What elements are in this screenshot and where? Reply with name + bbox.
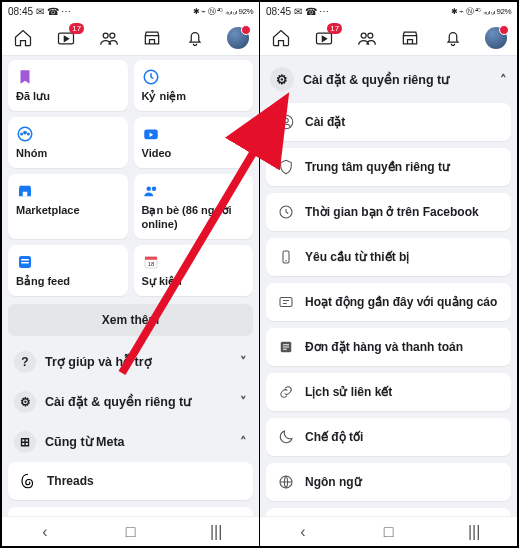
tile-label: Nhóm xyxy=(16,147,120,160)
row-label: Lịch sử liên kết xyxy=(305,385,392,399)
row-label: Threads xyxy=(47,474,94,488)
tile-label: Kỷ niệm xyxy=(142,90,246,103)
friends-tab-icon[interactable] xyxy=(355,26,379,50)
accordion-row[interactable]: ⚙Cài đặt & quyền riêng tư˅ xyxy=(8,382,253,422)
status-bar: 08:45 ✉ ☎ ⋯ ✱ ⌁ Ⓝ ⁴ᴳ ₊ᵤₗₗ ᵤₗₗ 92% xyxy=(2,2,259,20)
tile-label: Video xyxy=(142,147,246,160)
group-icon xyxy=(16,125,34,143)
settings-row-ad[interactable]: Hoạt động gần đây với quảng cáo xyxy=(266,283,511,321)
shortcut-tile-friends[interactable]: Bạn bè (86 người online) xyxy=(134,174,254,238)
order-icon xyxy=(276,337,296,357)
tile-label: Đã lưu xyxy=(16,90,120,103)
row-label: Yêu cầu từ thiết bị xyxy=(305,250,409,264)
meta-app-row-threads[interactable]: Threads xyxy=(8,462,253,500)
top-nav: 17 xyxy=(260,20,517,56)
notif-tab-icon[interactable] xyxy=(183,26,207,50)
shortcut-tile-group[interactable]: Nhóm xyxy=(8,117,128,168)
ad-icon xyxy=(276,292,296,312)
settings-header-row[interactable]: ⚙ Cài đặt & quyền riêng tư ˄ xyxy=(266,60,511,99)
row-label: Đơn đặt hàng và thanh toán xyxy=(305,340,463,354)
settings-row-order[interactable]: Đơn đặt hàng và thanh toán xyxy=(266,328,511,366)
meta-app-row-messenger[interactable]: Messenger xyxy=(8,507,253,516)
moon-icon xyxy=(276,427,296,447)
video-tab-icon[interactable]: 17 xyxy=(312,26,336,50)
left-content: Đã lưuKỷ niệmNhómVideoMarketplaceBạn bè … xyxy=(2,56,259,516)
svg-point-10 xyxy=(146,187,151,192)
video-icon xyxy=(142,125,160,143)
svg-point-25 xyxy=(285,260,287,262)
settings-row-user[interactable]: Cài đặt xyxy=(266,103,511,141)
shortcut-tile-store[interactable]: Marketplace xyxy=(8,174,128,238)
clock-icon xyxy=(142,68,160,86)
accordion-row[interactable]: ⊞Cũng từ Meta˄ xyxy=(8,422,253,462)
shortcut-tile-video[interactable]: Video xyxy=(134,117,254,168)
home-icon[interactable] xyxy=(11,26,35,50)
tile-label: Sự kiện xyxy=(142,275,246,288)
video-tab-icon[interactable]: 17 xyxy=(54,26,78,50)
home-button[interactable]: □ xyxy=(377,521,399,543)
row-label: Hoạt động gần đây với quảng cáo xyxy=(305,295,497,309)
right-content: ⚙ Cài đặt & quyền riêng tư ˄ Cài đặtTrun… xyxy=(260,56,517,516)
accordion-row[interactable]: ?Trợ giúp và hỗ trợ˅ xyxy=(8,342,253,382)
row-label: Trợ giúp và hỗ trợ xyxy=(45,354,152,369)
android-nav: ‹ □ ||| xyxy=(2,516,259,546)
friends-tab-icon[interactable] xyxy=(97,26,121,50)
see-more-button[interactable]: Xem thêm xyxy=(8,304,253,336)
notif-tab-icon[interactable] xyxy=(441,26,465,50)
shortcut-tile-bookmark[interactable]: Đã lưu xyxy=(8,60,128,111)
shield-icon xyxy=(276,157,296,177)
home-button[interactable]: □ xyxy=(119,521,141,543)
svg-point-1 xyxy=(103,33,108,38)
svg-text:18: 18 xyxy=(147,261,154,267)
tile-label: Bảng feed xyxy=(16,275,120,288)
svg-rect-14 xyxy=(21,262,29,264)
back-button[interactable]: ‹ xyxy=(292,521,314,543)
recent-button[interactable]: ||| xyxy=(205,521,227,543)
chevron-up-icon: ˄ xyxy=(500,72,507,87)
home-icon[interactable] xyxy=(269,26,293,50)
friends-icon xyxy=(142,182,160,200)
svg-point-22 xyxy=(284,118,289,123)
svg-point-7 xyxy=(27,133,30,136)
tile-label: Marketplace xyxy=(16,204,120,217)
threads-icon xyxy=(18,471,38,491)
android-nav: ‹ □ ||| xyxy=(260,516,517,546)
row-label: Chế độ tối xyxy=(305,430,363,444)
svg-point-5 xyxy=(23,131,27,135)
video-badge: 17 xyxy=(69,23,84,34)
svg-point-6 xyxy=(20,133,23,136)
recent-button[interactable]: ||| xyxy=(463,521,485,543)
market-tab-icon[interactable] xyxy=(398,26,422,50)
bookmark-icon xyxy=(16,68,34,86)
store-icon xyxy=(16,182,34,200)
settings-row-link[interactable]: Lịch sử liên kết xyxy=(266,373,511,411)
profile-tab-icon[interactable] xyxy=(484,26,508,50)
shortcut-tile-event[interactable]: 18Sự kiện xyxy=(134,245,254,296)
row-label: Thời gian bạn ở trên Facebook xyxy=(305,205,479,219)
shortcut-tile-clock[interactable]: Kỷ niệm xyxy=(134,60,254,111)
back-button[interactable]: ‹ xyxy=(34,521,56,543)
settings-row-shield[interactable]: Trung tâm quyền riêng tư xyxy=(266,148,511,186)
settings-row-moon[interactable]: Chế độ tối xyxy=(266,418,511,456)
globe-icon xyxy=(276,472,296,492)
settings-row-device[interactable]: Yêu cầu từ thiết bị xyxy=(266,238,511,276)
row-label: Trung tâm quyền riêng tư xyxy=(305,160,450,174)
status-bar: 08:45 ✉ ☎ ⋯ ✱ ⌁ Ⓝ ⁴ᴳ ₊ᵤₗₗ ᵤₗₗ 92% xyxy=(260,2,517,20)
svg-point-20 xyxy=(368,33,373,38)
svg-point-19 xyxy=(361,33,366,38)
settings-row-globe[interactable]: Ngôn ngữ xyxy=(266,463,511,501)
settings-row-clock[interactable]: Thời gian bạn ở trên Facebook xyxy=(266,193,511,231)
row-label: Cài đặt & quyền riêng tư xyxy=(45,394,191,409)
feed-icon xyxy=(16,253,34,271)
settings-row-data[interactable]: Mức sử dụng dữ liệu di động xyxy=(266,508,511,516)
event-icon: 18 xyxy=(142,253,160,271)
gear-icon: ⚙ xyxy=(270,67,294,91)
clock-icon xyxy=(276,202,296,222)
profile-tab-icon[interactable] xyxy=(226,26,250,50)
svg-point-11 xyxy=(151,187,156,192)
svg-rect-26 xyxy=(280,298,292,307)
link-icon xyxy=(276,382,296,402)
market-tab-icon[interactable] xyxy=(140,26,164,50)
svg-rect-13 xyxy=(21,259,29,261)
shortcut-tile-feed[interactable]: Bảng feed xyxy=(8,245,128,296)
